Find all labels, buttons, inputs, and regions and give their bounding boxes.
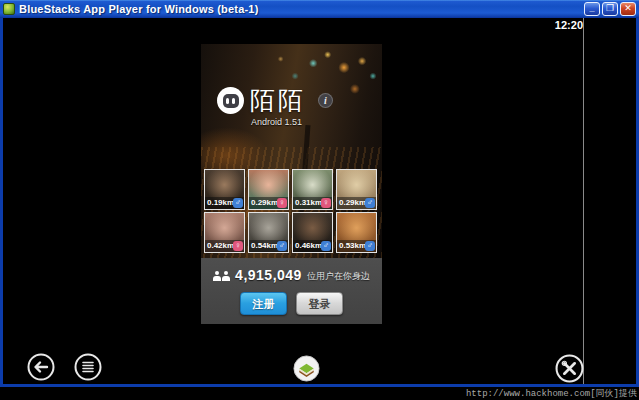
maximize-button[interactable]: ❐ (602, 2, 618, 16)
app-version: Android 1.51 (251, 117, 302, 127)
gender-badge: ♀ (321, 198, 331, 208)
window-controls: _ ❐ ✕ (584, 2, 636, 16)
user-tile: 0.46km ♂ (292, 212, 333, 253)
gender-badge: ♂ (233, 198, 243, 208)
user-tile: 0.53km ♂ (336, 212, 377, 253)
user-count-label: 位用户在你身边 (307, 267, 370, 283)
people-icon (213, 269, 230, 281)
app-header: 陌陌 i (217, 84, 333, 117)
watermark-text: http://www.hackhome.com[同伙]提供 (466, 387, 637, 400)
screen: BlueStacks App Player for Windows (beta-… (0, 0, 639, 400)
momo-app-screen: 陌陌 i Android 1.51 0.19km ♂ 0.29km ♀ 0.31… (201, 44, 382, 324)
login-button[interactable]: 登录 (296, 292, 343, 315)
user-tile: 0.31km ♀ (292, 169, 333, 210)
bluestacks-logo-icon[interactable] (293, 355, 320, 382)
user-tile: 0.19km ♂ (204, 169, 245, 210)
momo-face-icon (223, 94, 239, 108)
user-tile: 0.54km ♂ (248, 212, 289, 253)
gender-badge: ♂ (365, 241, 375, 251)
window-title: BlueStacks App Player for Windows (beta-… (19, 3, 259, 15)
night-street-photo: 陌陌 i Android 1.51 0.19km ♂ 0.29km ♀ 0.31… (201, 44, 382, 258)
user-count: 4,915,049 (235, 267, 302, 283)
info-icon[interactable]: i (318, 93, 333, 108)
gender-badge: ♂ (365, 198, 375, 208)
user-tile: 0.29km ♀ (248, 169, 289, 210)
gender-badge: ♂ (277, 241, 287, 251)
desktop-strip: http://www.hackhome.com[同伙]提供 (0, 387, 639, 400)
minimize-button[interactable]: _ (584, 2, 600, 16)
close-button[interactable]: ✕ (620, 2, 636, 16)
tools-icon[interactable] (555, 354, 584, 383)
gender-badge: ♂ (321, 241, 331, 251)
user-grid: 0.19km ♂ 0.29km ♀ 0.31km ♀ 0.29km ♂ 0.42… (204, 169, 379, 253)
button-row: 注册 登录 (201, 292, 382, 315)
bluestacks-window: BlueStacks App Player for Windows (beta-… (0, 0, 639, 387)
back-icon[interactable] (27, 353, 55, 381)
momo-logo-icon (217, 87, 244, 114)
stats-row: 4,915,049 位用户在你身边 (201, 258, 382, 283)
user-tile: 0.42km ♀ (204, 212, 245, 253)
register-button[interactable]: 注册 (240, 292, 287, 315)
panel-divider (583, 18, 584, 384)
app-title: 陌陌 (250, 84, 306, 117)
app-window-icon (3, 3, 15, 15)
gender-badge: ♀ (277, 198, 287, 208)
client-area: 12:20 陌陌 i Android 1.51 0.19km ♂ (3, 18, 636, 384)
menu-icon[interactable] (74, 353, 102, 381)
window-titlebar: BlueStacks App Player for Windows (beta-… (0, 0, 639, 18)
user-tile: 0.29km ♂ (336, 169, 377, 210)
welcome-panel: 4,915,049 位用户在你身边 注册 登录 (201, 258, 382, 324)
gender-badge: ♀ (233, 241, 243, 251)
clock-text: 12:20 (3, 19, 583, 31)
